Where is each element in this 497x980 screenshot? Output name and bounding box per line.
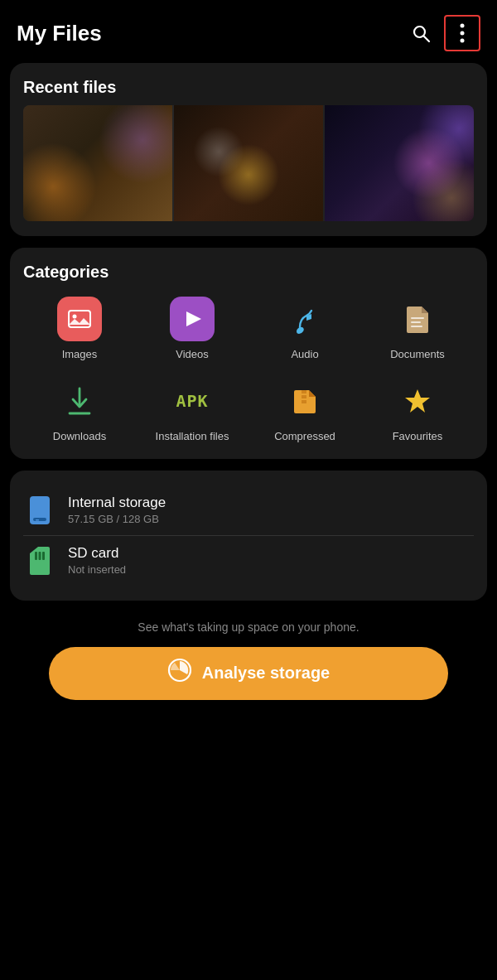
compressed-icon xyxy=(282,379,327,423)
svg-marker-16 xyxy=(405,389,430,413)
search-icon xyxy=(411,23,431,43)
recent-files-title: Recent files xyxy=(23,78,474,97)
svg-rect-9 xyxy=(411,321,421,323)
sdcard-storage-detail: Not inserted xyxy=(68,563,126,576)
favourites-icon xyxy=(395,379,440,423)
images-icon xyxy=(57,297,102,341)
svg-point-3 xyxy=(461,31,465,36)
more-options-icon xyxy=(460,23,465,43)
recent-files-card: Recent files xyxy=(10,63,487,236)
header: My Files xyxy=(0,0,497,63)
svg-marker-7 xyxy=(186,311,201,326)
svg-rect-21 xyxy=(39,552,41,560)
category-documents[interactable]: Documents xyxy=(361,297,474,362)
svg-rect-8 xyxy=(411,317,424,319)
compressed-label: Compressed xyxy=(274,430,335,444)
recent-thumb-1[interactable] xyxy=(23,105,172,221)
internal-storage-detail: 57.15 GB / 128 GB xyxy=(68,513,166,525)
svg-rect-22 xyxy=(42,552,45,560)
svg-point-4 xyxy=(461,39,465,43)
analyse-icon xyxy=(167,658,192,688)
recent-thumb-2[interactable] xyxy=(174,105,323,221)
videos-label: Videos xyxy=(176,348,209,362)
svg-rect-18 xyxy=(33,518,46,521)
svg-rect-13 xyxy=(302,390,306,393)
category-favourites[interactable]: Favourites xyxy=(361,379,474,444)
thumb-overlay-3 xyxy=(325,105,474,221)
app-title: My Files xyxy=(17,21,102,46)
svg-point-2 xyxy=(461,24,465,28)
recent-files-strip[interactable] xyxy=(23,105,474,221)
svg-rect-19 xyxy=(36,519,39,521)
category-images[interactable]: Images xyxy=(23,297,136,362)
apk-icon: APK xyxy=(170,379,215,423)
svg-rect-15 xyxy=(302,400,306,403)
storage-internal[interactable]: Internal storage 57.15 GB / 128 GB xyxy=(23,485,474,535)
apk-text: APK xyxy=(176,391,208,411)
videos-icon xyxy=(170,297,215,341)
sdcard-storage-info: SD card Not inserted xyxy=(68,545,126,576)
audio-icon xyxy=(282,297,327,341)
thumb-overlay-2 xyxy=(174,105,323,221)
sdcard-icon xyxy=(23,544,56,577)
categories-card: Categories Images Videos xyxy=(10,248,487,459)
recent-thumb-3[interactable] xyxy=(325,105,474,221)
svg-point-6 xyxy=(73,315,77,319)
category-audio[interactable]: Audio xyxy=(248,297,361,362)
audio-label: Audio xyxy=(291,348,318,362)
svg-rect-10 xyxy=(411,326,422,327)
internal-storage-name: Internal storage xyxy=(68,495,166,511)
apk-label: Installation files xyxy=(156,430,229,444)
category-videos[interactable]: Videos xyxy=(136,297,248,362)
documents-label: Documents xyxy=(390,348,445,362)
favourites-label: Favourites xyxy=(393,430,443,444)
search-button[interactable] xyxy=(403,15,439,51)
more-options-button[interactable] xyxy=(444,15,480,51)
category-downloads[interactable]: Downloads xyxy=(23,379,136,444)
category-compressed[interactable]: Compressed xyxy=(248,379,361,444)
bottom-section: See what's taking up space on your phone… xyxy=(0,612,497,720)
analyse-label: Analyse storage xyxy=(202,664,331,683)
analyse-storage-button[interactable]: Analyse storage xyxy=(49,647,449,700)
svg-rect-20 xyxy=(35,552,37,560)
internal-storage-info: Internal storage 57.15 GB / 128 GB xyxy=(68,495,166,525)
category-apk[interactable]: APK Installation files xyxy=(136,379,248,444)
storage-hint: See what's taking up space on your phone… xyxy=(138,620,359,634)
categories-title: Categories xyxy=(23,263,474,282)
images-label: Images xyxy=(62,348,98,362)
downloads-label: Downloads xyxy=(53,430,106,444)
thumb-overlay-1 xyxy=(23,105,172,221)
storage-card: Internal storage 57.15 GB / 128 GB SD ca… xyxy=(10,471,487,601)
storage-sdcard[interactable]: SD card Not inserted xyxy=(23,535,474,586)
header-actions xyxy=(403,15,480,51)
sdcard-storage-name: SD card xyxy=(68,545,126,562)
internal-storage-icon xyxy=(23,494,56,527)
documents-icon xyxy=(395,297,440,341)
categories-grid: Images Videos Audio xyxy=(23,297,474,444)
svg-rect-14 xyxy=(302,395,306,398)
downloads-icon xyxy=(57,379,102,423)
svg-line-1 xyxy=(424,36,430,42)
